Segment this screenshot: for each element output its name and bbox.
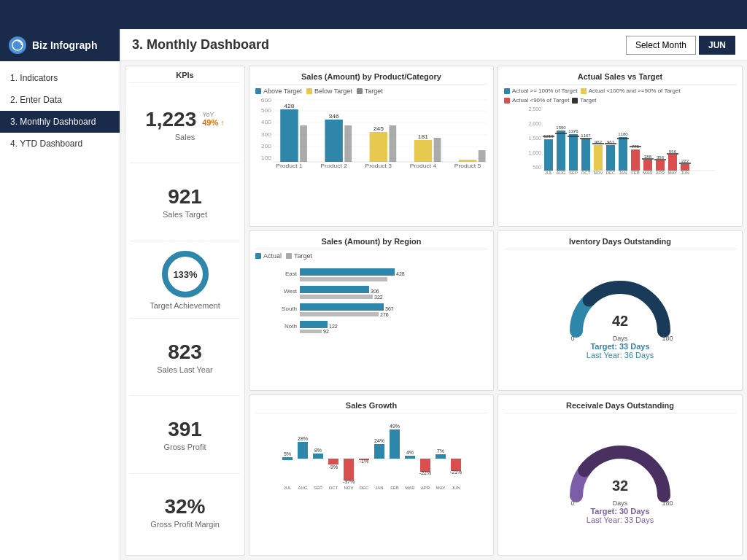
receivable-last-year-label: Last Year: 33 Days — [587, 516, 654, 524]
svg-rect-105 — [300, 321, 328, 328]
product-bar-chart: 600 500 400 300 200 100 — [255, 96, 487, 169]
top-bar — [0, 0, 747, 29]
svg-text:7%: 7% — [437, 448, 444, 454]
svg-rect-131 — [313, 454, 323, 459]
legend-avt-4: Target — [572, 97, 596, 104]
svg-text:600: 600 — [261, 98, 272, 104]
svg-text:1167: 1167 — [581, 133, 591, 138]
svg-rect-78 — [656, 160, 665, 171]
actual-vs-target-title: Actual Sales vs Target — [504, 72, 736, 85]
svg-text:JAN: JAN — [619, 171, 627, 175]
kpi-yoy-label: YoY — [202, 111, 214, 118]
svg-rect-25 — [389, 125, 396, 162]
svg-text:24%: 24% — [374, 438, 384, 443]
product-legend: Above Target Below Target Target — [255, 88, 487, 95]
svg-rect-66 — [619, 137, 627, 171]
svg-text:346: 346 — [329, 114, 339, 120]
svg-text:MAR: MAR — [405, 486, 415, 490]
sidebar-logo: Biz Infograph — [0, 29, 120, 61]
svg-text:300: 300 — [261, 132, 272, 138]
svg-text:180: 180 — [662, 335, 673, 342]
sidebar-item-indicators[interactable]: 1. Indicators — [0, 67, 120, 89]
sidebar: Biz Infograph 1. Indicators 2. Enter Dat… — [0, 29, 120, 560]
sidebar-item-enter-data[interactable]: 2. Enter Data — [0, 89, 120, 111]
svg-text:MAY: MAY — [436, 486, 446, 490]
svg-rect-20 — [325, 120, 342, 162]
legend-region-target: Target — [286, 252, 312, 260]
svg-rect-97 — [300, 295, 373, 299]
svg-text:1,500: 1,500 — [528, 136, 541, 141]
sidebar-item-ytd-dashboard[interactable]: 4. YTD Dashboard — [0, 133, 120, 155]
current-month-display: JUN — [699, 36, 735, 55]
svg-text:306: 306 — [371, 289, 379, 294]
svg-text:245: 245 — [374, 126, 384, 132]
kpi-title: KPIs — [130, 71, 240, 83]
kpi-sales: 1,223 YoY 49% ↑ Sales — [130, 86, 240, 163]
svg-text:1180: 1180 — [618, 132, 628, 136]
svg-text:322: 322 — [374, 295, 383, 300]
svg-text:1376: 1376 — [568, 129, 578, 133]
kpi-gross-profit-margin-value: 32% — [164, 495, 205, 518]
kpi-yoy-value: 49% ↑ — [202, 118, 225, 127]
logo-text: Biz Infograph — [32, 39, 97, 51]
legend-avt-1: Actual >= 100% of Target — [504, 88, 578, 94]
kpi-gross-profit-margin: 32% Gross Profit Margin — [130, 474, 240, 551]
svg-text:356: 356 — [657, 155, 665, 160]
svg-rect-143 — [374, 444, 384, 459]
svg-text:100: 100 — [261, 155, 272, 161]
svg-rect-107 — [300, 330, 322, 333]
sales-by-region-card: Sales (Amount) by Region Actual Target — [249, 230, 494, 392]
app-container: Biz Infograph 1. Indicators 2. Enter Dat… — [0, 0, 747, 560]
select-month-button[interactable]: Select Month — [626, 36, 696, 55]
main-area: Biz Infograph 1. Indicators 2. Enter Dat… — [0, 29, 747, 560]
dashboard-grid: KPIs 1,223 YoY 49% ↑ Sales — [120, 61, 747, 560]
svg-text:28%: 28% — [298, 436, 308, 441]
sidebar-item-monthly-dashboard[interactable]: 3. Monthly Dashboard — [0, 111, 120, 133]
svg-text:JUL: JUL — [284, 486, 292, 490]
svg-rect-22 — [344, 125, 352, 162]
inventory-gauge: 42 0 Days 180 — [562, 276, 678, 342]
svg-text:NOV: NOV — [344, 486, 353, 490]
legend-avt-3: Actual <90% of Target — [504, 97, 569, 104]
receivable-days-card: Receivale Days Outstanding 32 0 Days — [498, 394, 743, 556]
svg-text:South: South — [282, 306, 297, 312]
svg-text:JUN: JUN — [452, 486, 460, 490]
svg-rect-100 — [300, 303, 384, 311]
svg-text:133%: 133% — [173, 269, 198, 280]
svg-text:Product 5: Product 5 — [454, 163, 481, 169]
svg-text:DEC: DEC — [360, 486, 369, 490]
svg-text:556: 556 — [669, 149, 677, 154]
region-chart: East 428 West 306 322 South 367 — [255, 262, 487, 335]
svg-text:122: 122 — [329, 324, 338, 329]
svg-text:428: 428 — [396, 271, 405, 276]
svg-rect-42 — [544, 139, 553, 171]
svg-text:SEP: SEP — [314, 486, 322, 490]
legend-target: Target — [357, 88, 383, 95]
avt-chart: 2,500 2,000 1,500 1,000 500 JUL 1210 — [504, 105, 736, 182]
kpi-target-achievement-label: Target Achievement — [150, 301, 220, 310]
svg-text:8%: 8% — [314, 448, 322, 453]
svg-text:NOV: NOV — [593, 171, 603, 175]
svg-text:Days: Days — [613, 499, 628, 507]
header-controls: Select Month JUN — [626, 36, 735, 55]
actual-vs-target-card: Actual Sales vs Target Actual >= 100% of… — [498, 66, 743, 227]
receivable-target-label: Target: 30 Days — [587, 507, 654, 516]
sales-by-region-title: Sales (Amount) by Region — [255, 237, 487, 249]
svg-rect-28 — [434, 138, 441, 162]
svg-text:-1%: -1% — [360, 459, 368, 464]
inventory-last-year-label: Last Year: 36 Days — [587, 351, 654, 359]
kpi-sales-target-label: Sales Target — [163, 210, 207, 219]
svg-rect-125 — [282, 457, 293, 460]
svg-text:0: 0 — [570, 499, 574, 507]
svg-text:-9%: -9% — [329, 464, 338, 470]
svg-text:Days: Days — [613, 335, 628, 342]
content-header: 3. Monthly Dashboard Select Month JUN — [120, 29, 747, 61]
svg-text:Noth: Noth — [285, 323, 297, 330]
svg-text:DEC: DEC — [606, 171, 616, 175]
svg-rect-128 — [298, 442, 308, 459]
svg-rect-17 — [280, 109, 298, 162]
inventory-target-label: Target: 33 Days — [587, 342, 654, 351]
legend-avt-2: Actual <100% and >=90% of Target — [581, 88, 681, 94]
svg-text:-37%: -37% — [343, 479, 355, 484]
page-title: 3. Monthly Dashboard — [132, 37, 269, 52]
